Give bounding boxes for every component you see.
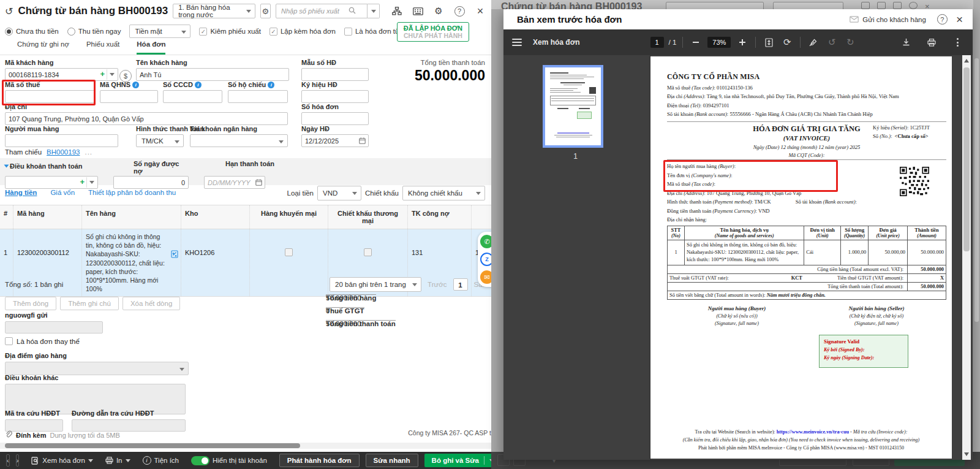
col-item-code[interactable]: Mã hàng xyxy=(13,205,82,229)
replace-invoice-checkbox[interactable]: Là hóa đơn thay thế xyxy=(5,337,80,345)
add-row-button[interactable]: Thêm dòng xyxy=(5,297,56,310)
redo-icon[interactable]: ↻ xyxy=(843,36,857,49)
lookup-url-input[interactable] xyxy=(72,419,186,432)
support-chat-icon[interactable]: ✉ xyxy=(480,270,491,284)
customer-name-input[interactable] xyxy=(136,68,289,81)
pdf-scrollbar[interactable] xyxy=(962,55,971,460)
reference-more[interactable]: ... xyxy=(85,148,92,156)
page-size-select[interactable]: 20 bản ghi trên 1 trang xyxy=(330,277,421,292)
currency-select[interactable]: VND xyxy=(317,186,361,200)
gear-icon[interactable]: ⚙ xyxy=(432,5,445,17)
support-phone-icon[interactable]: ✆ xyxy=(480,235,491,248)
zoom-out-button[interactable] xyxy=(689,36,703,49)
info-icon[interactable]: i xyxy=(268,82,274,88)
thumbnail-page-number[interactable]: 1 xyxy=(543,152,608,161)
scroll-up-icon[interactable] xyxy=(964,59,969,63)
invoice-number-input[interactable] xyxy=(301,112,369,125)
checkbox-kiem-phieu-xuat[interactable]: ✓Kiêm phiếu xuất xyxy=(199,28,260,36)
send-to-customer-button[interactable]: Gửi cho khách hàng xyxy=(850,16,926,23)
sender-input[interactable] xyxy=(5,321,103,334)
tab-hoa-don[interactable]: Hóa đơn xyxy=(137,40,165,55)
page-number-input[interactable]: 1 xyxy=(650,37,664,48)
address-input[interactable] xyxy=(5,112,288,125)
prev-page-button[interactable]: Trước xyxy=(428,281,447,288)
calendar-icon[interactable] xyxy=(254,177,264,188)
download-icon[interactable] xyxy=(899,36,913,49)
scroll-down-icon[interactable] xyxy=(964,452,969,456)
help-icon[interactable]: ? xyxy=(453,5,466,17)
invoice-serial-input[interactable] xyxy=(301,90,369,103)
customer-dropdown-button[interactable] xyxy=(107,69,117,80)
publish-invoice-button[interactable]: Phát hành hóa đơn xyxy=(279,454,360,467)
history-icon[interactable]: ↺ xyxy=(5,6,13,17)
attachment-row[interactable]: Đính kèm Dung lượng tối đa 5MB xyxy=(5,430,120,440)
lookup-code-input[interactable] xyxy=(5,419,63,432)
current-page-input[interactable]: 1 xyxy=(453,278,468,291)
add-terms-icon[interactable]: + xyxy=(80,178,85,186)
item-note-icon[interactable] xyxy=(171,250,178,259)
customer-balance-icon[interactable]: $ xyxy=(119,70,132,82)
subtab-phan-bo-doanh-thu[interactable]: Thiết lập phân bổ doanh thu xyxy=(88,189,176,196)
scrollbar-thumb[interactable] xyxy=(5,443,300,448)
radio-thu-tien-ngay[interactable]: Thu tiền ngay xyxy=(67,28,121,36)
voucher-search-box[interactable] xyxy=(276,4,368,18)
payment-type-select[interactable]: Tiền mặt xyxy=(129,25,190,38)
tax-code-input[interactable] xyxy=(5,90,95,103)
more-options-icon[interactable] xyxy=(951,36,964,49)
settings-mini-button[interactable]: ⚙ xyxy=(260,4,271,18)
modal-close-icon[interactable]: × xyxy=(956,13,963,25)
reference-link[interactable]: BH000193 xyxy=(47,148,80,156)
menu-icon[interactable] xyxy=(512,39,522,46)
print-icon[interactable] xyxy=(925,36,938,49)
zoom-in-button[interactable] xyxy=(736,36,749,49)
page-thumbnail[interactable] xyxy=(543,65,603,148)
next-document-button[interactable]: › xyxy=(16,454,20,467)
info-icon[interactable]: i xyxy=(132,82,139,88)
horizontal-scrollbar[interactable] xyxy=(0,443,491,449)
quick-edit-button[interactable]: Sửa nhanh xyxy=(366,454,418,467)
tab-chung-tu-ghi-no[interactable]: Chứng từ ghi nợ xyxy=(17,40,69,55)
payment-method-select[interactable]: TM/CK xyxy=(136,134,184,147)
cccd-input[interactable] xyxy=(163,90,222,103)
terms-dropdown-button[interactable] xyxy=(86,177,97,188)
invoice-template-input[interactable] xyxy=(301,68,369,81)
close-icon[interactable]: × xyxy=(474,5,486,17)
view-invoice-button[interactable]: Xem hóa đơn xyxy=(31,457,93,465)
debt-days-input[interactable] xyxy=(113,176,189,189)
utilities-button[interactable]: i Tiện ích xyxy=(143,456,179,465)
collapse-icon[interactable] xyxy=(4,165,9,168)
annotate-pen-button[interactable] xyxy=(807,36,820,49)
prev-document-button[interactable]: ‹ xyxy=(6,454,10,467)
add-note-button[interactable]: Thêm ghi chú xyxy=(60,297,119,310)
buyer-name-input[interactable] xyxy=(5,134,118,147)
zoom-level[interactable]: 73% xyxy=(707,37,731,48)
calendar-icon[interactable] xyxy=(357,135,368,146)
voucher-search-input[interactable] xyxy=(276,7,349,15)
document-type-select[interactable]: 1. Bán hàng hóa trong nước xyxy=(173,4,255,18)
rotate-button[interactable]: ⟳ xyxy=(780,36,794,49)
support-zalo-icon[interactable]: Z xyxy=(480,253,491,266)
print-button[interactable]: In xyxy=(105,457,130,464)
delivery-location-select[interactable] xyxy=(5,362,189,375)
bank-account-select[interactable] xyxy=(190,134,288,147)
col-promo[interactable]: Hàng khuyến mại xyxy=(250,205,328,229)
show-account-toggle[interactable]: Hiển thị tài khoản xyxy=(191,456,267,465)
keyboard-icon[interactable] xyxy=(412,5,424,17)
info-icon[interactable]: i xyxy=(195,82,202,88)
col-receivable-account[interactable]: TK công nợ xyxy=(408,205,472,229)
sitemap-icon[interactable] xyxy=(391,5,403,17)
qhns-input[interactable] xyxy=(100,90,158,103)
passport-input[interactable] xyxy=(228,90,288,103)
trade-discount-checkbox[interactable] xyxy=(364,248,372,256)
lookup-link[interactable]: https://www.meinvoice.vn/tra-cuu xyxy=(777,429,849,435)
discount-select[interactable]: Không chiết khấu xyxy=(402,186,485,200)
clear-rows-button[interactable]: Xóa hết dòng xyxy=(123,297,180,310)
col-item-name[interactable]: Tên hàng xyxy=(82,205,181,229)
add-customer-icon[interactable]: + xyxy=(100,70,105,78)
col-trade-discount[interactable]: Chiết khấu thương mại xyxy=(328,205,408,229)
col-warehouse[interactable]: Kho xyxy=(181,205,250,229)
subtab-hang-tien[interactable]: Hàng tiền xyxy=(5,189,37,196)
radio-chua-thu-tien[interactable]: Chưa thu tiền xyxy=(5,28,59,36)
fit-page-button[interactable] xyxy=(762,36,775,49)
col-index[interactable]: # xyxy=(0,205,13,229)
